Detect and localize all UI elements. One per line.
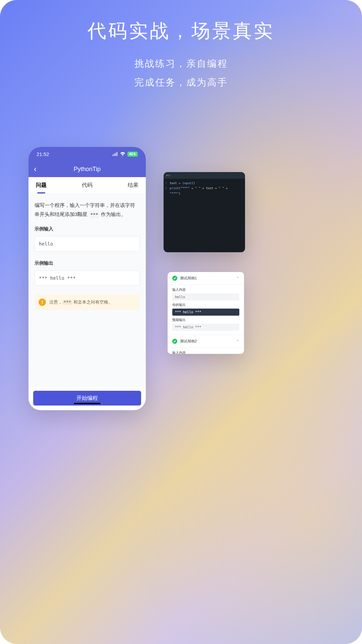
battery-indicator: 40↯ <box>127 152 138 157</box>
input-label: 输入内容 <box>172 287 239 292</box>
test-case-2-title: 测试用例2 <box>180 339 197 344</box>
code-line-2b: "***") <box>164 191 245 196</box>
tab-code[interactable]: 代码 <box>82 177 93 194</box>
test-case-1-body: 输入内容 hello 你的输出 *** hello *** 预期输出 *** h… <box>168 285 244 335</box>
back-button[interactable]: ‹ <box>34 164 37 174</box>
note-box: ! 注意，*** 和文本之间有空格。 <box>35 294 140 310</box>
editor-header: PY <box>164 172 245 179</box>
tab-problem[interactable]: 问题 <box>36 177 47 194</box>
problem-content: 编写一个程序，输入一个字符串，并在该字符串开头和结尾添加3颗星 *** 作为输出… <box>28 194 146 387</box>
code-line-1: 1 text = input() <box>164 181 245 186</box>
check-icon <box>172 276 177 281</box>
chevron-up-icon: ⌃ <box>236 276 239 281</box>
sample-output-label: 示例输出 <box>35 260 140 266</box>
cta-area: 开始编程 <box>33 391 141 406</box>
test-cases-card: 测试用例1 ⌃ 输入内容 hello 你的输出 *** hello *** 预期… <box>168 272 244 354</box>
test-case-2-header[interactable]: 测试用例2 ⌃ <box>168 335 244 348</box>
editor-lang-label: PY <box>166 174 171 177</box>
svg-rect-2 <box>115 153 116 156</box>
your-output-value: *** hello *** <box>172 309 239 316</box>
code-line-2: 2 print("***" + " " + text + " " + <box>164 186 245 191</box>
problem-description: 编写一个程序，输入一个字符串，并在该字符串开头和结尾添加3颗星 *** 作为输出… <box>35 201 140 219</box>
sample-input-box: hello <box>35 236 140 252</box>
test-case-2-body-peek: 输入内容 <box>168 348 244 354</box>
nav-title: PythonTip <box>74 166 101 173</box>
note-text: 注意，*** 和文本之间有空格。 <box>49 299 113 305</box>
check-icon <box>172 339 177 344</box>
status-bar: 21:52 40↯ <box>28 147 146 161</box>
hero-section: 代码实战，场景真实 挑战练习，亲自编程 完成任务，成为高手 <box>0 18 362 95</box>
stars-code-inline: *** <box>89 211 100 218</box>
svg-rect-1 <box>114 154 115 156</box>
input-value: hello <box>172 293 239 301</box>
hero-line-1: 挑战练习，亲自编程 <box>0 57 362 70</box>
code-editor-card: PY 1 text = input() 2 print("***" + " " … <box>164 172 245 252</box>
chevron-up-icon: ⌃ <box>236 339 239 344</box>
status-right: 40↯ <box>113 151 138 157</box>
note-stars-inline: *** <box>62 300 72 305</box>
sample-output-box: *** hello *** <box>35 270 140 286</box>
warning-icon: ! <box>39 299 46 306</box>
home-indicator <box>74 403 101 404</box>
expected-value: *** hello *** <box>172 324 239 331</box>
wifi-icon <box>120 151 125 157</box>
tab-bar: 问题 代码 结果 <box>28 177 146 194</box>
svg-rect-3 <box>117 152 117 156</box>
sample-input-label: 示例输入 <box>35 226 140 232</box>
hero-title: 代码实战，场景真实 <box>0 18 362 44</box>
phone-mockup: 21:52 40↯ ‹ PythonTip 问题 代码 结果 编写一个程序，输入… <box>28 147 146 410</box>
nav-bar: ‹ PythonTip <box>28 161 146 177</box>
hero-line-2: 完成任务，成为高手 <box>0 76 362 89</box>
status-time: 21:52 <box>37 151 49 157</box>
editor-body[interactable]: 1 text = input() 2 print("***" + " " + t… <box>164 179 245 198</box>
input-label-2: 输入内容 <box>172 351 239 354</box>
test-case-1-header[interactable]: 测试用例1 ⌃ <box>168 272 244 285</box>
svg-rect-0 <box>113 155 113 156</box>
signal-icon <box>113 151 118 157</box>
your-output-label: 你的输出 <box>172 303 239 307</box>
test-case-1-title: 测试用例1 <box>180 276 197 281</box>
expected-label: 预期输出 <box>172 318 239 322</box>
tab-result[interactable]: 结果 <box>128 177 138 194</box>
